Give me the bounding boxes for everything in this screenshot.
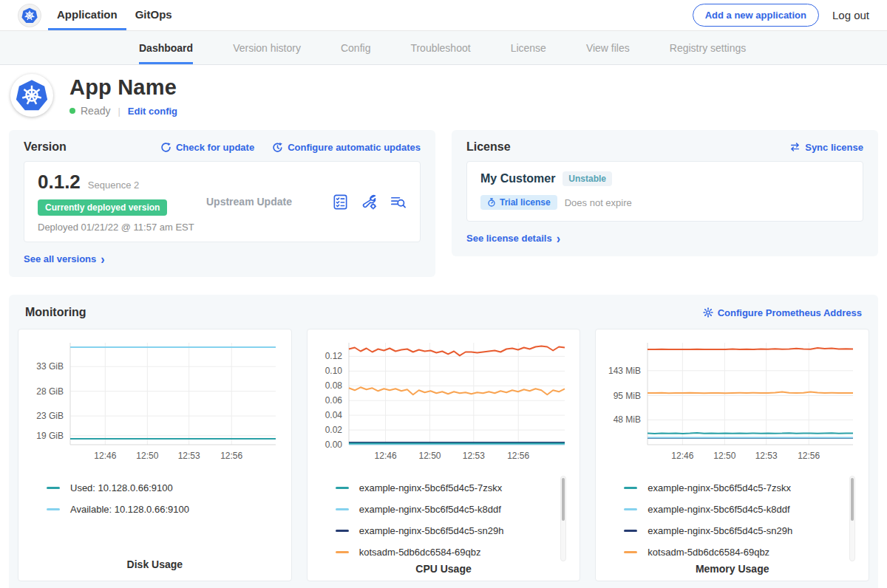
svg-text:143 MiB: 143 MiB — [608, 366, 641, 376]
legend-label: example-nginx-5bc6f5d4c5-7zskx — [359, 482, 503, 493]
legend-color-dash — [336, 508, 349, 510]
gear-icon — [703, 307, 713, 318]
check-for-update-link[interactable]: Check for update — [160, 142, 254, 153]
charts-row: 19 GiB23 GiB28 GiB33 GiB12:4612:5012:531… — [18, 329, 869, 581]
legend-label: example-nginx-5bc6f5d4c5-k8ddf — [648, 504, 789, 515]
version-card-title: Version — [24, 140, 67, 154]
chevron-right-icon: › — [101, 255, 104, 264]
cpu-usage-card: 0.000.020.040.060.080.100.1212:4612:5012… — [307, 329, 581, 581]
legend-label: example-nginx-5bc6f5d4c5-sn29h — [648, 525, 792, 536]
deployed-timestamp: Deployed 01/21/22 @ 11:57 am EST — [38, 222, 199, 233]
legend-item: kotsadm-5db6dc6584-69qbz — [624, 541, 861, 563]
chevron-right-icon: › — [557, 234, 560, 243]
currently-deployed-badge: Currently deployed version — [38, 199, 167, 216]
svg-text:23 GiB: 23 GiB — [36, 411, 64, 421]
svg-text:0.02: 0.02 — [324, 425, 342, 435]
svg-text:0.04: 0.04 — [324, 410, 342, 420]
update-type-label: Upstream Update — [199, 196, 332, 208]
legend-color-dash — [47, 487, 60, 489]
preflight-checklist-icon[interactable] — [332, 194, 349, 211]
legend-scrollbar-thumb[interactable] — [562, 478, 565, 521]
legend-item: kotsadm-5db6dc6584-69qbz — [336, 541, 573, 563]
cpu-usage-plot: 0.000.020.040.060.080.100.1212:4612:5012… — [315, 337, 573, 467]
legend-color-dash — [624, 551, 637, 553]
svg-text:12:46: 12:46 — [672, 451, 694, 461]
see-license-details-link[interactable]: See license details › — [466, 233, 560, 244]
app-header: App Name Ready | Edit config — [0, 65, 887, 124]
legend-item: example-nginx-5bc6f5d4c5-sn29h — [624, 520, 861, 541]
version-number: 0.1.2 — [38, 171, 81, 194]
license-card-title: License — [466, 140, 511, 154]
legend-label: example-nginx-5bc6f5d4c5-k8ddf — [359, 504, 501, 515]
legend-scrollbar-thumb[interactable] — [851, 478, 854, 521]
svg-text:12:56: 12:56 — [798, 451, 820, 461]
subnav-item-dashboard[interactable]: Dashboard — [139, 31, 193, 64]
legend-item: Used: 10.128.0.66:9100 — [47, 477, 284, 499]
subnav-item-view-files[interactable]: View files — [586, 31, 630, 64]
edit-config-link[interactable]: Edit config — [128, 106, 177, 117]
svg-text:0.00: 0.00 — [324, 440, 342, 450]
topnav-tab-application[interactable]: Application — [48, 0, 126, 30]
svg-text:19 GiB: 19 GiB — [36, 431, 64, 441]
chart-legend: Used: 10.128.0.66:9100Available: 10.128.… — [26, 477, 284, 520]
legend-scrollbar[interactable] — [560, 476, 566, 561]
add-new-application-button[interactable]: Add a new application — [693, 4, 819, 27]
svg-text:48 MiB: 48 MiB — [614, 414, 641, 425]
clock-refresh-icon — [272, 142, 283, 153]
svg-text:0.08: 0.08 — [324, 380, 342, 391]
legend-label: Available: 10.128.0.66:9100 — [70, 504, 189, 515]
disk-usage-plot: 19 GiB23 GiB28 GiB33 GiB12:4612:5012:531… — [26, 337, 284, 467]
subnav-item-license[interactable]: License — [511, 31, 546, 64]
legend-label: example-nginx-5bc6f5d4c5-7zskx — [648, 482, 791, 493]
sequence-label: Sequence 2 — [88, 180, 139, 191]
subnav-item-registry-settings[interactable]: Registry settings — [670, 31, 746, 64]
view-diff-icon[interactable] — [390, 194, 407, 211]
legend-color-dash — [336, 487, 349, 489]
config-wrench-icon[interactable] — [361, 194, 378, 211]
log-out-link[interactable]: Log out — [832, 9, 869, 21]
divider: | — [118, 106, 120, 117]
legend-label: example-nginx-5bc6f5d4c5-sn29h — [359, 525, 504, 536]
subnav-item-version-history[interactable]: Version history — [233, 31, 301, 64]
chart-title: Disk Usage — [26, 558, 284, 570]
legend-label: kotsadm-5db6dc6584-69qbz — [359, 547, 481, 558]
trial-license-badge: Trial license — [480, 195, 557, 210]
svg-text:0.06: 0.06 — [324, 395, 342, 406]
svg-text:95 MiB: 95 MiB — [614, 391, 641, 401]
legend-item: example-nginx-5bc6f5d4c5-7zskx — [336, 477, 573, 499]
sync-license-link[interactable]: Sync license — [789, 142, 863, 153]
memory-usage-card: 48 MiB95 MiB143 MiB12:4612:5012:5312:56e… — [595, 329, 869, 581]
svg-text:0.12: 0.12 — [324, 351, 342, 361]
status-dot — [69, 108, 75, 114]
sync-arrows-icon — [789, 142, 801, 152]
legend-item: example-nginx-5bc6f5d4c5-sn29h — [336, 520, 573, 541]
svg-text:12:53: 12:53 — [462, 451, 484, 461]
legend-color-dash — [47, 508, 60, 510]
chart-legend: example-nginx-5bc6f5d4c5-7zskxexample-ng… — [315, 477, 573, 563]
svg-text:12:53: 12:53 — [178, 451, 200, 461]
configure-automatic-updates-link[interactable]: Configure automatic updates — [272, 142, 421, 153]
legend-item: example-nginx-5bc6f5d4c5-k8ddf — [336, 499, 573, 520]
legend-label: kotsadm-5db6dc6584-69qbz — [648, 547, 769, 558]
legend-color-dash — [336, 530, 349, 532]
legend-color-dash — [624, 487, 637, 489]
legend-label: Used: 10.128.0.66:9100 — [70, 482, 173, 493]
see-all-versions-link[interactable]: See all versions › — [24, 253, 105, 264]
app-kubernetes-logo-icon — [10, 74, 53, 117]
monitoring-card: Monitoring Configure Prometheus Address … — [9, 295, 878, 588]
page-title: App Name — [69, 75, 177, 100]
subnav-item-troubleshoot[interactable]: Troubleshoot — [410, 31, 470, 64]
subnav-item-config[interactable]: Config — [341, 31, 370, 64]
chart-legend: example-nginx-5bc6f5d4c5-7zskxexample-ng… — [603, 477, 861, 563]
svg-text:33 GiB: 33 GiB — [36, 361, 64, 372]
svg-text:12:50: 12:50 — [136, 451, 158, 461]
disk-usage-card: 19 GiB23 GiB28 GiB33 GiB12:4612:5012:531… — [18, 329, 292, 581]
svg-text:12:56: 12:56 — [507, 451, 529, 461]
legend-color-dash — [624, 530, 637, 532]
svg-text:12:56: 12:56 — [220, 451, 242, 461]
legend-item: Available: 10.128.0.66:9100 — [47, 499, 284, 520]
configure-prometheus-link[interactable]: Configure Prometheus Address — [703, 307, 862, 318]
license-card: License Sync license My Customer Unstabl… — [452, 130, 878, 256]
legend-scrollbar[interactable] — [849, 476, 855, 561]
topnav-tab-gitops[interactable]: GitOps — [126, 0, 181, 30]
